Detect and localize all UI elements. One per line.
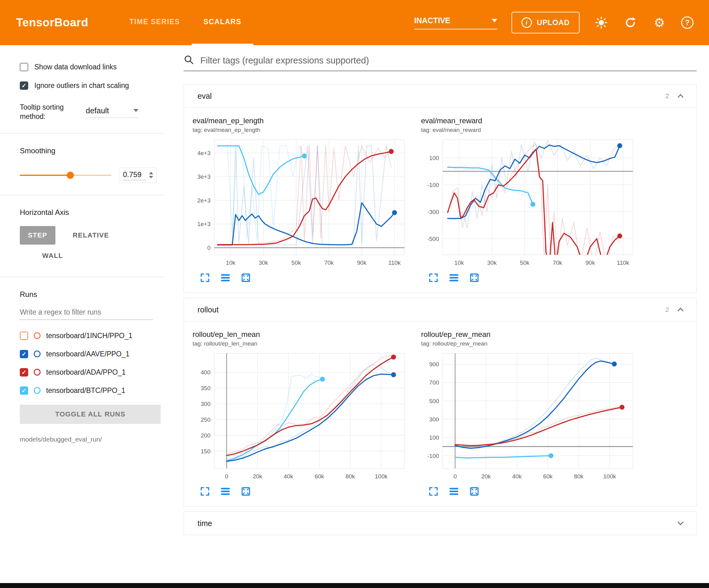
run-row-tensorboard-ada-ppo-1[interactable]: ✓tensorboard/ADA/PPO_1 bbox=[0, 363, 165, 381]
svg-text:50k: 50k bbox=[520, 259, 529, 266]
runs-list-icon[interactable] bbox=[448, 486, 459, 498]
check-icon: ✓ bbox=[22, 369, 27, 375]
section-header[interactable]: eval2 bbox=[184, 84, 696, 107]
svg-text:70k: 70k bbox=[553, 259, 562, 266]
section-chart-count: 2 bbox=[665, 306, 669, 313]
upload-button[interactable]: i UPLOAD bbox=[511, 12, 580, 33]
fit-data-icon[interactable] bbox=[469, 272, 480, 285]
run-row-tensorboard-btc-ppo-1[interactable]: ✓tensorboard/BTC/PPO_1 bbox=[0, 381, 165, 400]
fit-data-icon[interactable] bbox=[469, 486, 480, 498]
smoothing-stepper[interactable] bbox=[119, 168, 157, 183]
line-chart-eval-mean-ep-length[interactable]: 01e+32e+33e+34e+310k30k50k70k90k110k bbox=[192, 135, 409, 269]
chart-toolbar bbox=[428, 486, 641, 498]
search-icon bbox=[184, 54, 194, 66]
chart-title: eval/mean_reward bbox=[421, 117, 641, 125]
svg-text:20k: 20k bbox=[253, 473, 262, 480]
svg-text:20k: 20k bbox=[481, 473, 491, 480]
option-label: Ignore outliers in chart scaling bbox=[34, 81, 129, 90]
help-icon[interactable]: ? bbox=[681, 17, 693, 29]
chart-card-eval-mean-ep-length: eval/mean_ep_lengthtag: eval/mean_ep_len… bbox=[192, 117, 413, 285]
svg-text:3e+3: 3e+3 bbox=[197, 173, 211, 180]
run-checkbox[interactable]: ✓ bbox=[20, 368, 28, 377]
scalars-dashboard: eval2eval/mean_ep_lengthtag: eval/mean_e… bbox=[165, 45, 709, 583]
expand-icon[interactable] bbox=[428, 272, 439, 285]
line-chart-eval-mean-reward[interactable]: 100-100-300-50010k30k50k70k90k110k bbox=[421, 135, 638, 269]
section-title: eval bbox=[198, 92, 212, 101]
chart-title: eval/mean_ep_length bbox=[192, 117, 413, 125]
chart-toolbar bbox=[200, 272, 413, 285]
svg-text:300: 300 bbox=[201, 401, 211, 407]
line-chart-rollout-ep-len-mean[interactable]: 150200250300350400020k40k60k80k100k bbox=[192, 349, 409, 482]
svg-text:300: 300 bbox=[429, 416, 439, 423]
chart-title: rollout/ep_len_mean bbox=[192, 330, 413, 339]
axis-option-wall[interactable]: WALL bbox=[34, 247, 71, 265]
divider bbox=[0, 277, 165, 277]
fit-data-icon[interactable] bbox=[240, 486, 252, 498]
svg-text:40k: 40k bbox=[284, 473, 293, 480]
brightness-icon[interactable] bbox=[594, 15, 609, 30]
expand-icon[interactable] bbox=[200, 272, 211, 285]
tab-scalars[interactable]: SCALARS bbox=[192, 0, 253, 45]
expand-icon[interactable] bbox=[200, 486, 211, 498]
svg-text:-100: -100 bbox=[427, 453, 439, 459]
stepper-up-icon[interactable] bbox=[149, 172, 153, 174]
svg-text:40k: 40k bbox=[512, 473, 522, 480]
svg-text:70k: 70k bbox=[324, 259, 334, 266]
collapse-icon[interactable] bbox=[675, 91, 686, 101]
divider bbox=[0, 133, 165, 133]
runs-filter-input[interactable] bbox=[20, 308, 153, 320]
line-chart-rollout-ep-rew-mean[interactable]: -100100300500700900020k40k60k80k100k bbox=[421, 349, 638, 482]
svg-text:30k: 30k bbox=[259, 259, 268, 266]
fit-data-icon[interactable] bbox=[240, 272, 252, 285]
run-row-tensorboard-aave-ppo-1[interactable]: ✓tensorboard/AAVE/PPO_1 bbox=[0, 345, 165, 363]
run-color-circle bbox=[34, 332, 41, 339]
app-header: TensorBoard TIME SERIESSCALARS INACTIVE … bbox=[0, 0, 709, 45]
refresh-icon[interactable] bbox=[623, 15, 638, 30]
stepper-down-icon[interactable] bbox=[149, 176, 153, 178]
option-ignore-outliers-in-chart-scaling[interactable]: ✓Ignore outliers in chart scaling bbox=[0, 76, 165, 95]
chart-card-eval-mean-reward: eval/mean_rewardtag: eval/mean_reward100… bbox=[421, 117, 641, 285]
run-checkbox[interactable]: ✓ bbox=[20, 386, 28, 395]
svg-text:100: 100 bbox=[429, 155, 439, 161]
tag-filter-input[interactable] bbox=[200, 55, 697, 66]
section-header-actions bbox=[675, 518, 686, 529]
stepper-arrows[interactable] bbox=[149, 172, 153, 178]
svg-text:0: 0 bbox=[225, 473, 229, 480]
toggle-all-runs-button[interactable]: TOGGLE ALL RUNS bbox=[20, 405, 161, 424]
run-label: tensorboard/ADA/PPO_1 bbox=[46, 368, 126, 377]
tooltip-sorting-row: Tooltip sorting method: default bbox=[0, 103, 165, 121]
chart-tag: tag: rollout/ep_len_mean bbox=[192, 340, 413, 347]
runs-list-icon[interactable] bbox=[220, 486, 231, 498]
run-color-circle bbox=[34, 351, 41, 357]
svg-text:0: 0 bbox=[453, 473, 457, 480]
axis-buttons-row1: STEPRELATIVE bbox=[0, 226, 165, 245]
run-checkbox[interactable] bbox=[20, 332, 28, 340]
collapse-icon[interactable] bbox=[675, 304, 686, 315]
slider-thumb[interactable] bbox=[67, 172, 74, 179]
axis-option-relative[interactable]: RELATIVE bbox=[65, 226, 117, 245]
runs-list-icon[interactable] bbox=[448, 272, 459, 285]
smoothing-slider[interactable] bbox=[20, 175, 111, 176]
section-header[interactable]: rollout2 bbox=[184, 298, 696, 321]
status-dropdown[interactable]: INACTIVE bbox=[414, 16, 497, 29]
smoothing-value-input[interactable] bbox=[123, 170, 146, 180]
tooltip-sorting-value: default bbox=[86, 106, 109, 115]
expand-icon[interactable] bbox=[428, 486, 439, 498]
chart-card-rollout-ep-rew-mean: rollout/ep_rew_meantag: rollout/ep_rew_m… bbox=[421, 330, 641, 498]
checkbox[interactable]: ✓ bbox=[20, 81, 28, 90]
tab-time-series[interactable]: TIME SERIES bbox=[117, 0, 192, 45]
smoothing-label: Smoothing bbox=[0, 147, 165, 155]
chart-toolbar bbox=[200, 486, 413, 498]
settings-icon[interactable]: ⚙ bbox=[652, 15, 667, 30]
section-header[interactable]: time bbox=[184, 512, 696, 535]
axis-option-step[interactable]: STEP bbox=[20, 226, 55, 245]
svg-text:50k: 50k bbox=[291, 259, 301, 266]
screen-edge bbox=[0, 583, 709, 588]
runs-list-icon[interactable] bbox=[220, 272, 231, 285]
expand-section-icon[interactable] bbox=[675, 518, 686, 529]
tooltip-sorting-select[interactable]: default bbox=[86, 106, 138, 118]
option-show-data-download-links[interactable]: Show data download links bbox=[0, 58, 165, 76]
run-checkbox[interactable]: ✓ bbox=[20, 350, 28, 358]
checkbox[interactable] bbox=[20, 63, 28, 71]
run-row-tensorboard-1inch-ppo-1[interactable]: tensorboard/1INCH/PPO_1 bbox=[0, 327, 165, 345]
